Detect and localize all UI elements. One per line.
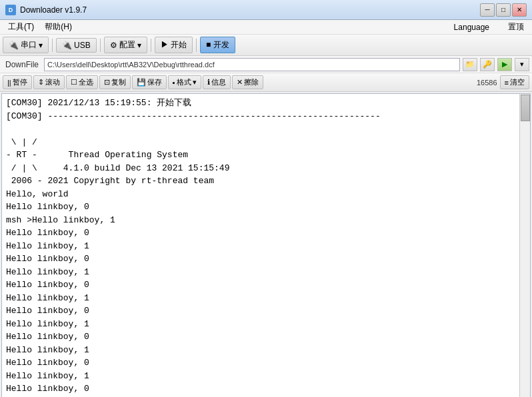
- scrollbar-thumb[interactable]: [521, 95, 530, 121]
- clear-button[interactable]: ≡ 清空: [500, 75, 529, 89]
- serial-port-button[interactable]: 🔌 串口 ▾: [3, 37, 49, 53]
- close-button[interactable]: ✕: [512, 3, 527, 17]
- menu-tools[interactable]: 工具(T): [3, 20, 39, 34]
- configure-icon: ⚙: [110, 41, 117, 50]
- filepath-label: DownFile: [3, 60, 41, 69]
- line-count: 16586: [477, 79, 497, 87]
- filepath-input[interactable]: [44, 58, 460, 71]
- copy-button[interactable]: ⊡ 复制: [99, 75, 131, 89]
- more-button[interactable]: ▾: [515, 58, 529, 71]
- language-button[interactable]: Language: [449, 21, 495, 33]
- select-all-icon: ☐: [71, 78, 77, 87]
- app-icon: D: [5, 5, 16, 15]
- action-bar: || 暂停 ⇕ 滚动 ☐ 全选 ⊡ 复制 💾 保存 ▪ 格式 ▾ ℹ 信息 ✕ …: [0, 73, 532, 92]
- select-all-button[interactable]: ☐ 全选: [66, 75, 98, 89]
- settings-button[interactable]: 置顶: [503, 20, 529, 34]
- format-icon: ▪: [173, 79, 175, 87]
- toolbar-separator-2: [100, 39, 101, 52]
- maximize-button[interactable]: □: [496, 3, 511, 17]
- menu-help[interactable]: 帮助(H): [39, 20, 77, 34]
- usb-button[interactable]: 🔌 USB: [56, 38, 97, 53]
- lock-button[interactable]: 🔑: [480, 58, 495, 71]
- toolbar-separator-3: [151, 39, 151, 52]
- console-output[interactable]: [COM30] 2021/12/13 15:19:55: 开始下载 [COM30…: [2, 94, 519, 397]
- window-controls: ─ □ ✕: [480, 3, 527, 17]
- save-icon: 💾: [137, 78, 146, 87]
- scroll-button[interactable]: ⇕ 滚动: [33, 75, 65, 89]
- run-button[interactable]: ▶: [497, 58, 512, 71]
- toolbar-separator-4: [196, 39, 197, 52]
- start-button[interactable]: ▶ 开始: [155, 37, 193, 53]
- usb-icon: 🔌: [62, 41, 72, 50]
- action-right: 16586 ≡ 清空: [477, 75, 529, 89]
- scroll-icon: ⇕: [38, 78, 44, 87]
- serial-icon: 🔌: [9, 41, 19, 50]
- configure-button[interactable]: ⚙ 配置 ▾: [104, 37, 147, 53]
- title-bar: D Downloader v1.9.7 ─ □ ✕: [0, 0, 532, 20]
- erase-icon: ✕: [237, 78, 243, 87]
- menu-right: Language 置顶: [449, 20, 529, 34]
- filepath-bar: DownFile 📁 🔑 ▶ ▾: [0, 56, 532, 73]
- format-button[interactable]: ▪ 格式 ▾: [168, 75, 201, 89]
- app-title: Downloader v1.9.7: [20, 5, 480, 15]
- minimize-button[interactable]: ─: [480, 3, 495, 17]
- clear-icon: ≡: [505, 79, 509, 87]
- dev-button[interactable]: ■ 开发: [200, 37, 235, 53]
- copy-icon: ⊡: [104, 78, 110, 87]
- browse-button[interactable]: 📁: [463, 58, 477, 71]
- pause-icon: ||: [7, 79, 11, 87]
- info-icon: ℹ: [207, 78, 210, 87]
- menu-bar: 工具(T) 帮助(H) Language 置顶: [0, 20, 532, 35]
- pause-button[interactable]: || 暂停: [3, 75, 32, 89]
- toolbar-separator-1: [52, 39, 53, 52]
- console-wrapper: [COM30] 2021/12/13 15:19:55: 开始下载 [COM30…: [1, 93, 531, 397]
- main-toolbar: 🔌 串口 ▾ 🔌 USB ⚙ 配置 ▾ ▶ 开始 ■ 开发: [0, 35, 532, 56]
- erase-button[interactable]: ✕ 擦除: [232, 75, 263, 89]
- info-button[interactable]: ℹ 信息: [203, 75, 231, 89]
- save-button[interactable]: 💾 保存: [132, 75, 167, 89]
- console-scrollbar[interactable]: [519, 94, 530, 397]
